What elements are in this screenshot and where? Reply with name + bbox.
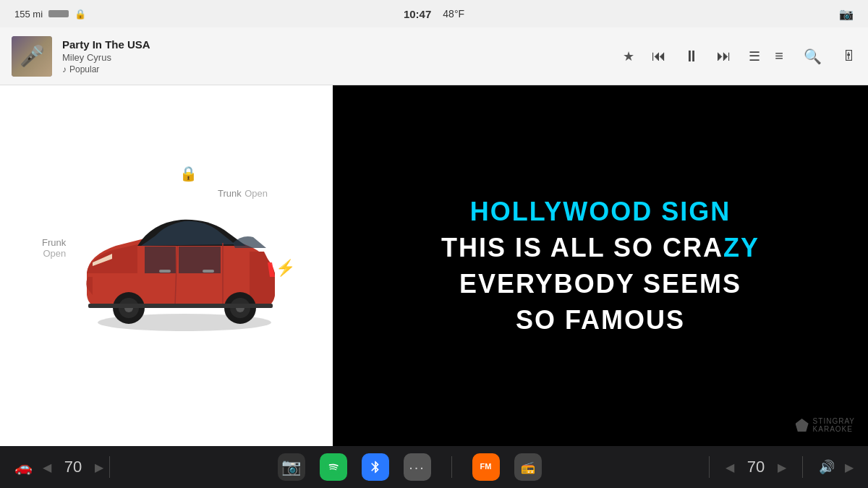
bottom-bar: 🚗 ◀ 70 ▶ 📷 ··· FM 📻 ◀ 70 ▶ 🔊 ▶ [0,446,868,488]
music-right-icons: ≡ 🔍 🎚 [775,48,856,65]
song-title: Party In The USA [62,38,623,51]
karaoke-line-2: THIS IS ALL SO CRAZY [441,233,760,263]
prev-button[interactable]: ⏮ [652,48,666,64]
karaoke-line-1: HOLLYWOOD SIGN [441,197,760,227]
car-image [43,194,289,338]
music-bar: 🎤 Party In The USA Miley Cyrus ♪ Popular… [0,27,868,85]
main-content: Frunk Open Trunk Open 🔒 ⚡ [0,85,868,446]
fm-radio-icon[interactable]: FM [472,453,500,481]
album-art: 🎤 [12,36,52,77]
lock-badge: 🔒 [179,165,197,182]
svg-rect-4 [203,270,214,273]
status-left: 155 mi 🔒 [14,9,86,20]
song-info: Party In The USA Miley Cyrus ♪ Popular [62,38,623,74]
right-arrow[interactable]: ▶ [95,461,103,474]
battery-bar [48,10,69,17]
left-speed: 70 [61,458,85,476]
bluetooth-app-icon[interactable] [362,453,389,481]
divider-3 [709,456,710,478]
music-controls[interactable]: ★ ⏮ ⏸ ⏭ ☰ [623,47,760,66]
left-arrow[interactable]: ◀ [43,461,51,474]
karaoke-line-4: SO FAMOUS [441,305,760,335]
status-right: 📷 [839,7,854,21]
vol-right-arrow[interactable]: ▶ [778,461,786,474]
divider-2 [451,456,452,478]
svg-rect-11 [88,304,273,308]
next-button[interactable]: ⏭ [717,48,731,64]
stingray-text: STINGRAYKARAOKE [813,417,855,433]
queue-button[interactable]: ☰ [749,48,760,64]
time-display: 10:47 [404,8,431,20]
more-apps-icon[interactable]: ··· [404,453,431,481]
search-icon[interactable]: 🔍 [804,48,822,65]
spotify-app-icon[interactable] [320,453,347,481]
equalizer-icon[interactable]: 🎚 [842,48,856,64]
status-center: 10:47 48°F [404,8,464,20]
vol-up-arrow[interactable]: ▶ [845,461,854,474]
karaoke-line2-before: THIS IS ALL SO CRA [441,233,723,262]
karaoke-display: HOLLYWOOD SIGN THIS IS ALL SO CRAZY EVER… [441,191,760,341]
svg-rect-3 [159,270,171,273]
song-artist: Miley Cyrus [62,52,623,63]
fm-label: FM [480,462,492,471]
left-panel: Frunk Open Trunk Open 🔒 ⚡ [0,85,333,446]
volume-icon[interactable]: 🔊 [819,459,835,475]
stingray-badge: STINGRAYKARAOKE [796,417,855,433]
range-text: 155 mi [14,9,43,20]
karaoke-line2-cyan: ZY [723,233,760,262]
camera-app-icon[interactable]: 📷 [278,453,305,481]
album-art-figure: 🎤 [20,44,45,68]
lock-icon: 🔒 [75,9,86,20]
favorite-button[interactable]: ★ [623,48,634,64]
pause-button[interactable]: ⏸ [684,47,699,66]
right-value: 70 [744,458,767,476]
bottom-left-section: 🚗 ◀ 70 ▶ [14,458,103,476]
car-svg [43,194,289,335]
bottom-right-section: ◀ 70 ▶ 🔊 ▶ [703,456,854,478]
stingray-logo [796,419,809,432]
music-note-icon: ♪ [62,64,67,74]
karaoke-line-3: EVERYBODY SEEMS [441,269,760,299]
divider-4 [802,456,803,478]
song-tag: ♪ Popular [62,64,623,74]
bottom-center-apps: 📷 ··· FM 📻 [116,453,703,481]
playlist-icon[interactable]: ≡ [775,48,783,64]
vol-left-arrow[interactable]: ◀ [726,461,734,474]
status-bar: 155 mi 🔒 10:47 48°F 📷 [0,0,868,27]
camera-icon: 📷 [839,7,854,21]
temp-display: 48°F [443,8,464,20]
right-panel: HOLLYWOOD SIGN THIS IS ALL SO CRAZY EVER… [333,85,868,446]
divider-1 [109,456,110,478]
car-icon[interactable]: 🚗 [14,458,33,476]
radio-app-icon[interactable]: 📻 [514,453,542,481]
